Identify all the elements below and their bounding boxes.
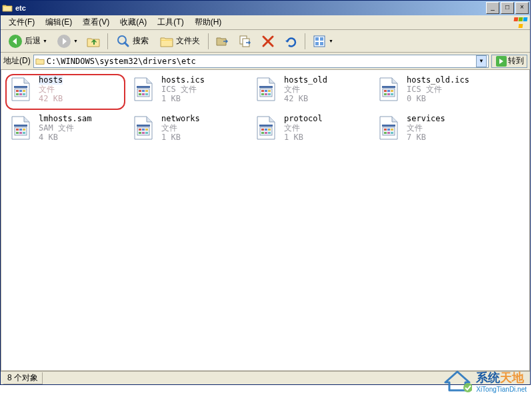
watermark-url: XiTongTianDi.net: [476, 386, 527, 393]
menu-tools[interactable]: 工具(T): [152, 15, 189, 29]
move-to-button[interactable]: [212, 32, 233, 51]
menu-bar: 文件(F) 编辑(E) 查看(V) 收藏(A) 工具(T) 帮助(H): [1, 15, 530, 30]
svg-rect-23: [139, 93, 141, 95]
svg-rect-25: [145, 93, 148, 95]
separator: [305, 33, 305, 49]
svg-rect-55: [139, 132, 141, 134]
folders-label: 文件夹: [176, 35, 200, 47]
file-icon: [375, 114, 403, 142]
address-folder-icon: [35, 57, 45, 66]
svg-rect-61: [265, 129, 267, 131]
folders-icon: [159, 34, 174, 49]
svg-rect-58: [137, 125, 150, 127]
file-item[interactable]: hosts_old 文件 42 KB: [251, 74, 371, 110]
svg-rect-34: [259, 86, 273, 88]
file-icon: [7, 75, 35, 103]
back-button[interactable]: 后退 ▼: [3, 32, 52, 51]
menu-view[interactable]: 查看(V): [77, 15, 115, 29]
views-button[interactable]: ▼: [309, 32, 337, 51]
svg-rect-74: [382, 125, 395, 127]
file-type: 文件: [284, 85, 327, 94]
file-type: ICS 文件: [161, 85, 205, 94]
file-icon: [252, 75, 280, 103]
separator: [107, 33, 108, 49]
file-name: hosts: [39, 75, 63, 85]
back-label: 后退: [25, 35, 41, 47]
svg-rect-12: [16, 90, 19, 92]
delete-button[interactable]: [257, 32, 279, 51]
svg-rect-53: [142, 129, 145, 131]
minimize-button[interactable]: _: [486, 2, 499, 14]
chevron-down-icon: ▼: [43, 39, 47, 43]
file-info: hosts_old.ics ICS 文件 0 KB: [407, 75, 469, 109]
file-item[interactable]: hosts.ics ICS 文件 1 KB: [128, 74, 248, 110]
file-item[interactable]: hosts 文件 42 KB: [5, 74, 125, 110]
folders-button[interactable]: 文件夹: [155, 32, 205, 51]
chevron-down-icon: ▼: [73, 39, 78, 43]
file-item[interactable]: lmhosts.sam SAM 文件 4 KB: [5, 113, 125, 149]
svg-rect-69: [387, 129, 390, 131]
file-info: services 文件 7 KB: [407, 114, 445, 147]
svg-rect-59: [260, 127, 272, 135]
back-arrow-icon: [8, 34, 23, 49]
undo-button[interactable]: [280, 32, 301, 51]
file-item[interactable]: protocol 文件 1 KB: [251, 113, 371, 149]
file-type: SAM 文件: [39, 123, 91, 133]
address-combo[interactable]: ▼: [33, 55, 489, 68]
copy-to-button[interactable]: [235, 32, 256, 51]
file-item[interactable]: hosts_old.ics ICS 文件 0 KB: [373, 74, 493, 110]
svg-rect-71: [384, 132, 387, 134]
forward-arrow-icon: [57, 34, 71, 49]
search-button[interactable]: 搜索: [111, 32, 153, 51]
file-list-pane[interactable]: hosts 文件 42 KB hosts.ics ICS 文件 1 KB hos…: [1, 70, 530, 371]
file-info: hosts_old 文件 42 KB: [284, 75, 327, 109]
status-object-count: 8 个对象: [3, 372, 43, 384]
go-arrow-icon: [496, 56, 507, 67]
svg-rect-35: [383, 89, 395, 97]
copy-to-icon: [238, 34, 253, 49]
file-info: protocol 文件 1 KB: [284, 114, 323, 147]
svg-rect-18: [14, 86, 27, 88]
file-type: ICS 文件: [407, 85, 469, 94]
svg-rect-46: [23, 129, 25, 131]
file-icon: [375, 75, 403, 103]
views-icon: [312, 34, 327, 49]
up-button[interactable]: [83, 32, 104, 51]
file-item[interactable]: networks 文件 1 KB: [128, 113, 248, 149]
windows-logo-icon: [513, 16, 529, 29]
svg-rect-33: [268, 93, 271, 95]
svg-rect-9: [320, 42, 323, 45]
move-to-icon: [215, 34, 230, 49]
menu-help[interactable]: 帮助(H): [189, 15, 227, 29]
svg-rect-49: [23, 132, 25, 134]
file-icon: [129, 114, 157, 142]
toolbar: 后退 ▼ ▼ 搜索 文件夹: [1, 30, 530, 53]
file-size: 1 KB: [284, 133, 323, 142]
close-button[interactable]: ×: [515, 2, 529, 14]
svg-rect-67: [383, 127, 395, 135]
file-name: hosts.ics: [161, 75, 205, 85]
menu-file[interactable]: 文件(F): [3, 15, 40, 29]
maximize-button[interactable]: □: [501, 2, 514, 14]
svg-rect-62: [268, 129, 271, 131]
search-label: 搜索: [133, 35, 149, 47]
svg-rect-17: [23, 93, 25, 95]
address-input[interactable]: [47, 57, 476, 66]
svg-rect-50: [14, 125, 27, 127]
explorer-window: etc _ □ × 文件(F) 编辑(E) 查看(V) 收藏(A) 工具(T) …: [0, 0, 531, 385]
file-type: 文件: [407, 123, 445, 133]
menu-favorites[interactable]: 收藏(A): [115, 15, 152, 29]
file-item[interactable]: services 文件 7 KB: [373, 113, 493, 149]
go-label: 转到: [508, 55, 524, 67]
svg-rect-65: [268, 132, 271, 134]
file-info: hosts.ics ICS 文件 1 KB: [161, 75, 205, 109]
file-type: 文件: [161, 123, 200, 133]
svg-rect-43: [15, 127, 27, 135]
file-info: networks 文件 1 KB: [161, 114, 200, 147]
titlebar[interactable]: etc _ □ ×: [1, 1, 530, 15]
svg-rect-63: [261, 132, 264, 134]
address-dropdown-button[interactable]: ▼: [476, 55, 487, 67]
go-button[interactable]: 转到: [491, 55, 527, 68]
menu-edit[interactable]: 编辑(E): [40, 15, 77, 29]
forward-button[interactable]: ▼: [53, 32, 81, 51]
